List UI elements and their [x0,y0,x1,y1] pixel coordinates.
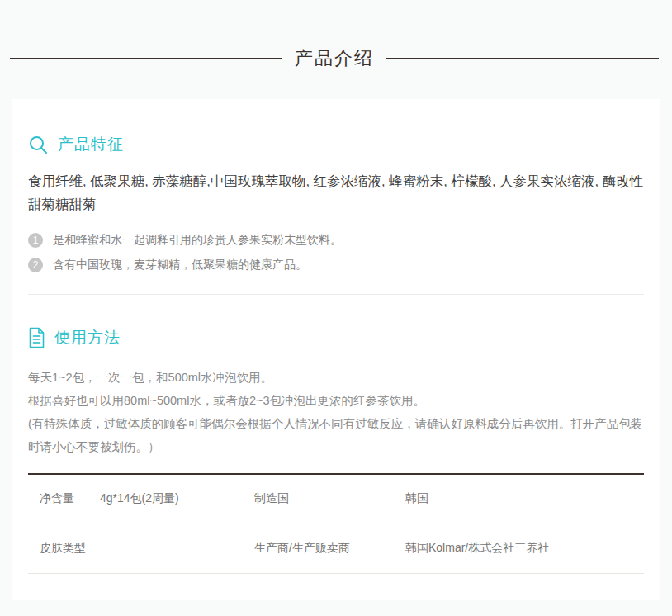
page-title-row: 产品介绍 [0,0,672,71]
features-title: 产品特征 [58,134,124,155]
usage-title: 使用方法 [54,327,121,348]
usage-line: (有特殊体质，过敏体质的顾客可能偶尔会根据个人情况不同有过敏反应，请确认好原料成… [28,412,644,458]
point-badge: 2 [28,258,43,272]
usage-line: 根据喜好也可以用80ml~500ml水，或者放2~3包冲泡出更浓的红参茶饮用。 [28,389,644,412]
spec-table: 净含量 4g*14包(2周量) 制造国 韩国 皮肤类型 生产商/生产贩卖商 韩国… [28,473,644,574]
ingredients-text: 食用纤维, 低聚果糖, 赤藻糖醇,中国玫瑰萃取物, 红参浓缩液, 蜂蜜粉末, 柠… [28,169,644,216]
spec-label: 制造国 [253,474,405,524]
point-badge: 1 [28,233,43,248]
feature-points: 1 是和蜂蜜和水一起调释引用的珍贵人参果实粉末型饮料。 2 含有中国玫瑰，麦芽糊… [28,233,644,272]
usage-line: 每天1~2包，一次一包，和500ml水冲泡饮用。 [28,366,644,389]
title-rule-left [10,58,282,59]
spec-label: 皮肤类型 [28,524,99,573]
page-title: 产品介绍 [295,46,374,71]
magnifier-icon [28,135,49,155]
document-icon [28,327,45,348]
usage-text: 每天1~2包，一次一包，和500ml水冲泡饮用。 根据喜好也可以用80ml~50… [28,366,644,458]
spec-row: 净含量 4g*14包(2周量) 制造国 韩国 [28,474,644,524]
spec-row: 皮肤类型 生产商/生产贩卖商 韩国Kolmar/株式会社三养社 [28,524,644,573]
point-text: 含有中国玫瑰，麦芽糊精，低聚果糖的健康产品。 [53,258,307,272]
feature-point: 2 含有中国玫瑰，麦芽糊精，低聚果糖的健康产品。 [28,258,644,272]
features-heading: 产品特征 [28,134,644,155]
point-text: 是和蜂蜜和水一起调释引用的珍贵人参果实粉末型饮料。 [53,233,342,248]
usage-heading: 使用方法 [28,327,644,348]
spec-label: 生产商/生产贩卖商 [253,524,405,573]
spec-value [99,524,253,573]
product-intro-card: 产品特征 食用纤维, 低聚果糖, 赤藻糖醇,中国玫瑰萃取物, 红参浓缩液, 蜂蜜… [12,99,660,600]
spec-value: 4g*14包(2周量) [99,474,253,524]
feature-point: 1 是和蜂蜜和水一起调释引用的珍贵人参果实粉末型饮料。 [28,233,644,248]
spec-value: 韩国 [405,474,644,524]
spec-label: 净含量 [28,474,99,524]
title-rule-right [386,58,659,59]
section-divider [28,294,644,295]
spec-value: 韩国Kolmar/株式会社三养社 [405,524,644,573]
